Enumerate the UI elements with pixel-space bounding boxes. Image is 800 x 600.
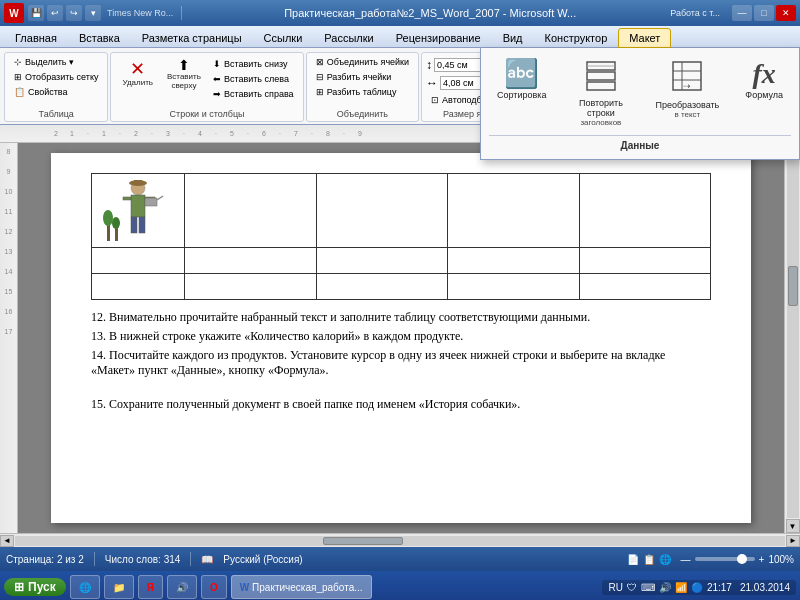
view-icon-web[interactable]: 🌐 xyxy=(659,554,671,565)
close-button[interactable]: ✕ xyxy=(776,5,796,21)
properties-button[interactable]: 📋 Свойства xyxy=(9,85,103,99)
instr-13-text: В нижней строке укажите «Количество кало… xyxy=(109,329,463,343)
h-scroll-track[interactable] xyxy=(15,536,785,546)
insert-above-button[interactable]: ⬆ Вставитьсверху xyxy=(162,55,206,94)
v-ruler-10: 10 xyxy=(0,188,17,208)
scroll-down-btn[interactable]: ▼ xyxy=(786,519,800,533)
zoom-bar: — + 100% xyxy=(681,554,794,565)
table-cell-3-5[interactable] xyxy=(579,274,711,300)
split-table-button[interactable]: ⊞ Разбить таблицу xyxy=(311,85,414,99)
show-grid-button[interactable]: ⊞ Отобразить сетку xyxy=(9,70,103,84)
minimize-button[interactable]: — xyxy=(732,5,752,21)
split-cells-button[interactable]: ⊟ Разбить ячейки xyxy=(311,70,414,84)
instruction-12: 12. Внимательно прочитайте набранный тек… xyxy=(91,310,711,325)
tab-konstruktor[interactable]: Конструктор xyxy=(534,28,619,47)
table-cell-3-2[interactable] xyxy=(185,274,317,300)
table-cell-2-4[interactable] xyxy=(448,248,580,274)
more-quick-btn[interactable]: ▾ xyxy=(85,5,101,21)
h-scroll-right-btn[interactable]: ► xyxy=(786,535,800,547)
width-icon: ↔ xyxy=(426,76,438,90)
app-icon: W xyxy=(4,3,24,23)
formula-popup-btn[interactable]: fx Формула xyxy=(737,56,791,131)
h-scroll-left-btn[interactable]: ◄ xyxy=(0,535,14,547)
table-cell-2-3[interactable] xyxy=(316,248,448,274)
taskbar-audio-btn[interactable]: 🔊 xyxy=(167,575,197,599)
sort-popup-btn[interactable]: 🔤 Сортировка xyxy=(489,56,554,131)
tab-recenzir[interactable]: Рецензирование xyxy=(385,28,492,47)
redo-quick-btn[interactable]: ↪ xyxy=(66,5,82,21)
taskbar-yandex-btn[interactable]: Я xyxy=(138,575,163,599)
view-icon-full[interactable]: 📋 xyxy=(643,554,655,565)
table-cell-1-5[interactable] xyxy=(579,174,711,248)
convert-text-popup-btn[interactable]: ⇢ Преобразовать в текст xyxy=(647,56,727,131)
insert-below-button[interactable]: ⬇ Вставить снизу xyxy=(208,57,299,71)
group-stroki-label: Строки и столбцы xyxy=(111,109,302,119)
taskbar-opera-btn[interactable]: O xyxy=(201,575,227,599)
zoom-out-btn[interactable]: — xyxy=(681,554,691,565)
tab-vstavka[interactable]: Вставка xyxy=(68,28,131,47)
cursor-icon: ⊹ xyxy=(14,57,22,67)
svg-rect-10 xyxy=(131,195,145,217)
table-cell-3-1[interactable] xyxy=(92,274,185,300)
v-ruler-8: 8 xyxy=(0,148,17,168)
repeat-headers-popup-btn[interactable]: Повторить строки заголовков xyxy=(564,56,637,131)
formula-icon: fx xyxy=(752,60,775,88)
scroll-track[interactable] xyxy=(787,158,799,518)
table-cell-1-4[interactable] xyxy=(448,174,580,248)
table-cell-3-3[interactable] xyxy=(316,274,448,300)
table-cell-2-1[interactable] xyxy=(92,248,185,274)
undo-quick-btn[interactable]: ↩ xyxy=(47,5,63,21)
table-cell-1-2[interactable] xyxy=(185,174,317,248)
maximize-button[interactable]: □ xyxy=(754,5,774,21)
taskbar-explorer-btn[interactable]: 📁 xyxy=(104,575,134,599)
select-button[interactable]: ⊹ Выделить ▾ xyxy=(9,55,103,69)
table-cell-2-5[interactable] xyxy=(579,248,711,274)
merge-cells-button[interactable]: ⊠ Объединить ячейки xyxy=(311,55,414,69)
insert-right-button[interactable]: ➡ Вставить справа xyxy=(208,87,299,101)
document-page[interactable]: 12. Внимательно прочитайте набранный тек… xyxy=(51,153,751,523)
delete-button[interactable]: ✕ Удалить xyxy=(115,55,160,93)
sort-icon: 🔤 xyxy=(504,60,539,88)
document-area: 8 9 10 11 12 13 14 15 16 17 xyxy=(0,143,800,533)
document-table[interactable] xyxy=(91,173,711,300)
save-quick-btn[interactable]: 💾 xyxy=(28,5,44,21)
tab-ssylki[interactable]: Ссылки xyxy=(253,28,314,47)
start-button[interactable]: ⊞ Пуск xyxy=(4,578,66,596)
height-icon: ↕ xyxy=(426,58,432,72)
zoom-slider[interactable] xyxy=(695,557,755,561)
taskbar-word-btn[interactable]: W Практическая_работа... xyxy=(231,575,372,599)
instructions-section: 12. Внимательно прочитайте набранный тек… xyxy=(91,310,711,412)
tab-vid[interactable]: Вид xyxy=(492,28,534,47)
table-cell-2-2[interactable] xyxy=(185,248,317,274)
document-content[interactable]: 12. Внимательно прочитайте набранный тек… xyxy=(18,143,784,533)
h-scroll-thumb[interactable] xyxy=(323,537,403,545)
tab-glavnaya[interactable]: Главная xyxy=(4,28,68,47)
tab-maket[interactable]: Макет xyxy=(618,28,671,48)
table-cell-1-3[interactable] xyxy=(316,174,448,248)
vertical-scrollbar[interactable]: ▲ ▼ xyxy=(784,143,800,533)
statusbar: Страница: 2 из 2 Число слов: 314 📖 Русск… xyxy=(0,547,800,571)
tray-lang: RU xyxy=(608,582,622,593)
tray-time: 21:17 xyxy=(707,582,732,593)
view-icon-print[interactable]: 📄 xyxy=(627,554,639,565)
status-sep-2 xyxy=(190,552,191,566)
tab-razmetka[interactable]: Разметка страницы xyxy=(131,28,253,47)
ribbon-tabs: Главная Вставка Разметка страницы Ссылки… xyxy=(0,26,800,48)
zoom-in-btn[interactable]: + xyxy=(759,554,765,565)
status-sep-1 xyxy=(94,552,95,566)
instr-15-num: 15. xyxy=(91,397,109,411)
table-row xyxy=(92,174,711,248)
dog-image xyxy=(98,178,178,243)
zoom-thumb[interactable] xyxy=(737,554,747,564)
group-obedinit-label: Объединить xyxy=(307,109,418,119)
insert-left-button[interactable]: ⬅ Вставить слева xyxy=(208,72,299,86)
taskbar-doc-label: Практическая_работа... xyxy=(252,582,362,593)
height-input[interactable] xyxy=(434,58,486,72)
table-cell-3-4[interactable] xyxy=(448,274,580,300)
taskbar-ie-btn[interactable]: 🌐 xyxy=(70,575,100,599)
svg-rect-16 xyxy=(134,180,142,185)
tab-rassylki[interactable]: Рассылки xyxy=(313,28,384,47)
horizontal-scrollbar[interactable]: ◄ ► xyxy=(0,533,800,547)
scroll-thumb[interactable] xyxy=(788,266,798,306)
v-ruler-17: 17 xyxy=(0,328,17,348)
